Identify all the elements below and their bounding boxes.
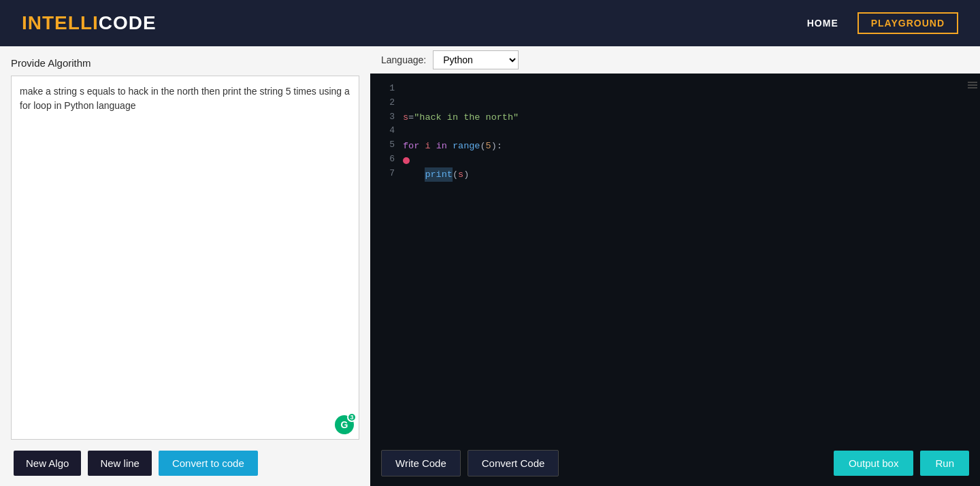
code-indent	[403, 167, 425, 182]
right-action-btns-right: Output box Run	[834, 451, 969, 476]
logo-code: CODE	[99, 12, 157, 33]
line-num-5: 5	[389, 138, 395, 152]
code-func-print: print	[425, 167, 453, 182]
line-numbers: 1 2 3 4 5 6 7	[370, 74, 403, 440]
bottom-bar-left: New Algo New line Convert to code	[11, 440, 359, 486]
nav-home-link[interactable]: HOME	[807, 18, 838, 29]
line-num-1: 1	[389, 82, 395, 96]
code-paren1: (	[480, 139, 485, 154]
logo: INTELLICODE	[22, 12, 157, 34]
section-title: Provide Algorithm	[11, 57, 359, 69]
line-num-7: 7	[389, 167, 395, 181]
nav: HOME PLAYGROUND	[807, 12, 958, 34]
code-line-1	[403, 82, 980, 96]
grammarly-g-icon: G	[341, 419, 348, 430]
language-select[interactable]: Python JavaScript Java C++ C#	[433, 50, 519, 69]
line-num-6: 6	[389, 152, 395, 167]
cursor-dot	[403, 157, 410, 164]
convert-code-button[interactable]: Convert Code	[468, 450, 559, 476]
algo-textarea[interactable]	[11, 76, 359, 440]
code-content[interactable]: s="hack in the north" for i in range(5):…	[403, 74, 980, 440]
scrollbar-indicator	[968, 82, 977, 88]
code-keyword-for: for	[403, 139, 419, 154]
new-algo-button[interactable]: New Algo	[14, 451, 81, 476]
language-label: Language:	[381, 54, 426, 65]
run-button[interactable]: Run	[920, 451, 969, 476]
language-bar: Language: Python JavaScript Java C++ C#	[370, 46, 980, 74]
code-space-1	[419, 139, 425, 154]
line-num-2: 2	[389, 96, 395, 110]
bottom-bar-right: Write Code Convert Code Output box Run	[370, 440, 980, 486]
code-line-2	[403, 96, 980, 110]
code-line-6	[403, 153, 980, 167]
logo-intelli: INTELLI	[22, 12, 99, 33]
algo-textarea-wrapper: G 3	[11, 76, 359, 440]
code-space-3	[447, 139, 453, 154]
code-close-paren: )	[463, 167, 469, 182]
nav-playground-button[interactable]: PLAYGROUND	[858, 12, 958, 34]
right-panel: Language: Python JavaScript Java C++ C# …	[370, 46, 980, 486]
code-print-text: print	[425, 169, 453, 180]
code-open-paren: (	[453, 167, 458, 182]
left-panel: Provide Algorithm G 3 New Algo New line …	[0, 46, 370, 486]
code-paren2: ):	[491, 139, 502, 154]
code-equals: =	[408, 110, 414, 125]
code-string-value: "hack in the north"	[414, 110, 519, 125]
grammarly-badge: G 3	[335, 415, 354, 434]
main-content: Provide Algorithm G 3 New Algo New line …	[0, 46, 980, 486]
output-box-button[interactable]: Output box	[834, 451, 913, 476]
code-line-7: print(s)	[403, 167, 980, 182]
write-code-button[interactable]: Write Code	[381, 450, 461, 476]
code-line-4	[403, 125, 980, 139]
code-var-i: i	[425, 139, 430, 154]
code-space-2	[431, 139, 436, 154]
scroll-line-1	[968, 82, 977, 83]
code-func-range: range	[453, 139, 480, 154]
scroll-line-3	[968, 87, 977, 88]
scroll-line-2	[968, 84, 977, 86]
code-var-s: s	[403, 110, 408, 125]
header: INTELLICODE HOME PLAYGROUND	[0, 0, 980, 46]
line-num-4: 4	[389, 124, 395, 138]
right-action-btns-left: Write Code Convert Code	[381, 450, 559, 476]
grammarly-badge-count: 3	[347, 412, 357, 422]
code-keyword-in: in	[436, 139, 447, 154]
code-line-5: for i in range(5):	[403, 139, 980, 153]
code-num-5: 5	[486, 139, 491, 154]
code-arg-s: s	[458, 167, 463, 182]
line-num-3: 3	[389, 110, 395, 125]
new-line-button[interactable]: New line	[88, 451, 152, 476]
convert-to-code-button[interactable]: Convert to code	[159, 451, 258, 476]
grammarly-icon[interactable]: G 3	[335, 415, 354, 434]
code-line-3: s="hack in the north"	[403, 110, 980, 125]
code-editor: 1 2 3 4 5 6 7 s="hack in the north" for …	[370, 74, 980, 440]
